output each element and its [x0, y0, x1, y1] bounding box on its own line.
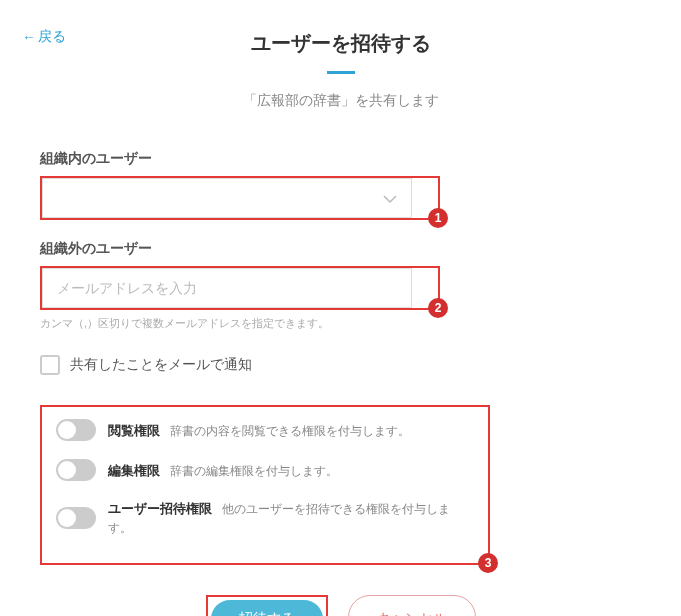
- title-underline: [327, 71, 355, 74]
- permission-row-invite: ユーザー招待権限 他のユーザーを招待できる権限を付与します。: [56, 499, 474, 537]
- annotation-badge-1: 1: [428, 208, 448, 228]
- notify-checkbox-row: 共有したことをメールで通知: [40, 355, 641, 375]
- external-user-field-group: 組織外のユーザー 2 カンマ（,）区切りで複数メールアドレスを指定できます。: [40, 240, 641, 331]
- permissions-group: 閲覧権限 辞書の内容を閲覧できる権限を付与します。 編集権限 辞書の編集権限を付…: [40, 405, 490, 565]
- annotation-badge-3: 3: [478, 553, 498, 573]
- edit-permission-desc: 辞書の編集権限を付与します。: [170, 464, 338, 478]
- view-permission-toggle[interactable]: [56, 419, 96, 441]
- cancel-button[interactable]: キャンセル: [348, 595, 476, 616]
- internal-user-label: 組織内のユーザー: [40, 150, 641, 168]
- page-header: ユーザーを招待する 「広報部の辞書」を共有します: [30, 30, 651, 110]
- external-user-label: 組織外のユーザー: [40, 240, 641, 258]
- view-permission-title: 閲覧権限: [108, 423, 160, 438]
- notify-label: 共有したことをメールで通知: [70, 356, 252, 374]
- chevron-down-icon: [383, 190, 397, 206]
- view-permission-desc: 辞書の内容を閲覧できる権限を付与します。: [170, 424, 410, 438]
- edit-permission-toggle[interactable]: [56, 459, 96, 481]
- external-email-input[interactable]: [42, 268, 412, 308]
- arrow-left-icon: ←: [22, 29, 36, 45]
- annotation-badge-2: 2: [428, 298, 448, 318]
- invite-button[interactable]: 招待する: [211, 600, 323, 616]
- permission-row-edit: 編集権限 辞書の編集権限を付与します。: [56, 459, 474, 481]
- notify-checkbox[interactable]: [40, 355, 60, 375]
- permission-row-view: 閲覧権限 辞書の内容を閲覧できる権限を付与します。: [56, 419, 474, 441]
- external-helper-text: カンマ（,）区切りで複数メールアドレスを指定できます。: [40, 316, 641, 331]
- internal-user-select[interactable]: [42, 178, 412, 218]
- page-title: ユーザーを招待する: [30, 30, 651, 57]
- internal-user-field-group: 組織内のユーザー 1: [40, 150, 641, 220]
- back-link[interactable]: ← 戻る: [22, 28, 66, 46]
- back-label: 戻る: [38, 28, 66, 46]
- edit-permission-title: 編集権限: [108, 463, 160, 478]
- invite-permission-title: ユーザー招待権限: [108, 501, 212, 516]
- page-subtitle: 「広報部の辞書」を共有します: [30, 92, 651, 110]
- invite-permission-toggle[interactable]: [56, 507, 96, 529]
- button-row: 招待する 4 キャンセル: [40, 595, 641, 616]
